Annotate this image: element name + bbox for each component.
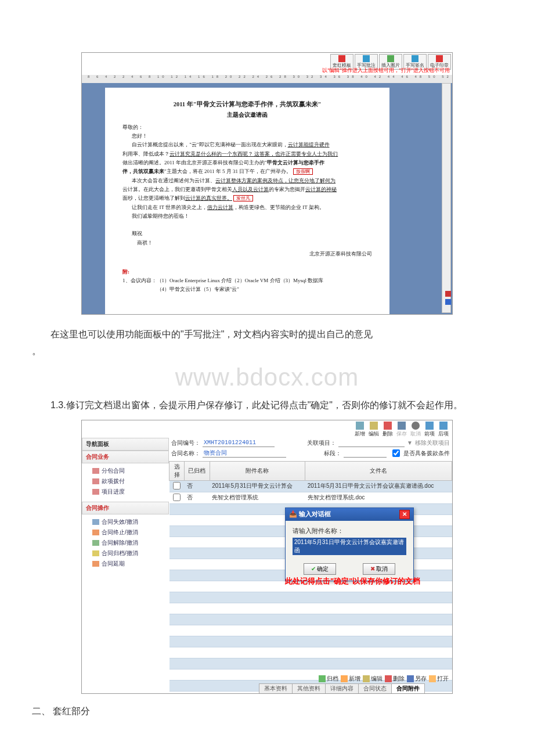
prev-action[interactable]: 前项: [424, 422, 435, 438]
th-arch[interactable]: 已归档: [185, 461, 210, 480]
label-name: 合同名称：: [171, 449, 200, 458]
attach-line2: （4）甲骨文云计算（5）专家谈"云": [122, 285, 372, 294]
ops-item[interactable]: 合同解除/撤消: [92, 538, 169, 548]
row-check[interactable]: [173, 494, 181, 501]
edit-action[interactable]: 编辑: [369, 422, 379, 438]
open-btn[interactable]: 打开: [429, 675, 449, 683]
delete-action[interactable]: 删除: [383, 422, 393, 438]
ops-header[interactable]: 合同操作: [82, 502, 169, 514]
revision-mark[interactable]: 放假啊: [293, 168, 313, 175]
p10: [122, 221, 372, 229]
ops-list: 合同失效/撤消 合同终止/撤消 合同解除/撤消 合同归档/撤消 合同延期: [82, 517, 169, 569]
p2: 利用率、降低成本？云计算究竟是什么样的一个东西呢？ 这答案，也许正需要专业人士为…: [122, 150, 372, 159]
bottom-toolbar: 归档 新增 编辑 删除 另存 打开: [319, 675, 449, 683]
doc-title: 2011 年"甲骨文云计算与您牵手作伴，共筑双赢未来": [122, 99, 372, 110]
add-btn[interactable]: 新增: [341, 675, 360, 683]
tab-attach[interactable]: 合同附件: [391, 683, 425, 693]
th-sel[interactable]: 选择: [169, 461, 185, 480]
tab-status[interactable]: 合同状态: [358, 683, 392, 693]
greeting: 您好！: [122, 132, 372, 141]
dialog-titlebar[interactable]: 📥 输入对话框 ✕: [286, 508, 413, 521]
attach-label: 附:: [122, 268, 372, 276]
biz-item[interactable]: 项目进度: [92, 487, 169, 497]
tab-basic[interactable]: 基本资料: [259, 683, 293, 693]
p4: 伴，共筑双赢未来"主题大会，将在 2011 年 5 月 31 日下午，在广州举办…: [122, 167, 372, 176]
input-contract-no[interactable]: [203, 439, 275, 447]
chk-label: 是否具备拨款条件: [403, 449, 450, 458]
p8: 让我们走在 IT 世界的顶尖之上，借力云计算，构造更绿色、更节能的企业 IT 架…: [122, 203, 372, 212]
edit-btn[interactable]: 编辑: [363, 675, 383, 683]
main-panel: 合同编号： 关联项目： ▼ 移除关联项目 合同名称： 标段： 是否具备拨款条件 …: [169, 438, 452, 693]
close-icon[interactable]: ✕: [399, 510, 410, 519]
form-row-2: 合同名称： 标段： 是否具备拨款条件: [169, 448, 452, 459]
th-filename[interactable]: 文件名: [305, 461, 452, 480]
nav-panel: 导航面板 合同业务 分包合同 款项拨付 项目进度 合同操作 合同失效/撤消 合同…: [82, 438, 169, 693]
table-row: [169, 603, 452, 614]
p3: 做出清晰的阐述。2011 年由北京开源正泰科技有限公司主办的"甲骨文云计算与您牵…: [122, 159, 372, 167]
tab-detail[interactable]: 详细内容: [325, 683, 359, 693]
p-wish: 顺祝: [122, 229, 372, 238]
section-heading: 二、 套红部分: [32, 705, 502, 718]
scroll-marker-red[interactable]: [445, 291, 451, 297]
nav-header[interactable]: 导航面板: [82, 438, 169, 451]
document-page: 2011 年"甲骨文云计算与您牵手作伴，共筑双赢未来" 主题会议邀请函 尊敬的：…: [105, 88, 389, 314]
top-actions: 新增 编辑 删除 保存 取消 前项 后项: [355, 422, 449, 438]
cancel-button[interactable]: 取消: [363, 563, 396, 575]
table-row[interactable]: 否 先智文档管理系统 先智文档管理系统.doc: [169, 492, 452, 503]
word-editor-screenshot: 套红模板 手写批注 插入图片 手写签名 电子印章 以"编辑"操作进入上面按钮可用…: [81, 52, 453, 315]
remove-rel[interactable]: 移除关联项目: [415, 439, 450, 447]
input-rel[interactable]: [338, 439, 405, 447]
table-row: [169, 614, 452, 625]
scrollbar[interactable]: [442, 83, 451, 313]
biz-header[interactable]: 合同业务: [82, 451, 169, 463]
cancel-action: 取消: [410, 422, 421, 438]
signature: 北京开源正泰科技有限公司: [122, 250, 372, 258]
label-contract-no: 合同编号：: [171, 439, 200, 447]
p7: 面纱，让您更清晰地了解到云计算的真实世界。 发丝凡: [122, 194, 372, 203]
biz-item[interactable]: 款项拨付: [92, 476, 169, 487]
ops-item[interactable]: 合同延期: [92, 559, 169, 569]
ops-item[interactable]: 合同失效/撤消: [92, 517, 169, 527]
paragraph-1: 在这里也可以使用功能面板中的"手写批注"，对文档内容实时的提出自己的意见: [32, 326, 502, 343]
archive-btn[interactable]: 归档: [319, 675, 338, 683]
ops-item[interactable]: 合同归档/撤消: [92, 548, 169, 559]
ok-button[interactable]: 确定: [304, 563, 337, 575]
chk-pay[interactable]: [392, 449, 400, 457]
blank: [122, 258, 372, 267]
p6: 云计算。在此大会上，我们更邀请到甲骨文相关人员以及云计算的专家为您揭开云计算的神…: [122, 185, 372, 194]
biz-item[interactable]: 分包合同: [92, 466, 169, 476]
p5: 本次大会旨在通过阐述何为云计算、云计算整体方案的案例及特点，让您充分地了解何为: [122, 177, 372, 185]
doc-area: 2011 年"甲骨文云计算与您牵手作伴，共筑双赢未来" 主题会议邀请函 尊敬的：…: [82, 83, 452, 314]
input-stage[interactable]: [344, 449, 387, 458]
bottom-tabs: 基本资料 其他资料 详细内容 合同状态 合同附件: [259, 683, 424, 693]
scroll-marker-blue[interactable]: [445, 299, 451, 305]
p-regards: 商祺！: [122, 239, 372, 247]
red-annotation: 此处记得点击"确定"以保存你修订的文档: [285, 576, 420, 586]
input-name[interactable]: [203, 449, 286, 458]
attach-line1: 1、会议内容：（1）Oracle Enterprise Linux 介绍（2）O…: [122, 276, 372, 285]
dialog-prompt: 请输入附件名称：: [293, 527, 406, 535]
next-action[interactable]: 后项: [438, 422, 449, 438]
new-action[interactable]: 新增: [355, 422, 365, 438]
paragraph-1b: 。: [32, 345, 502, 358]
table-row: [169, 658, 452, 669]
row-check[interactable]: [173, 482, 181, 489]
input-dialog: 📥 输入对话框 ✕ 请输入附件名称： 2011年5月31日甲骨文云计算会议嘉宾邀…: [285, 507, 414, 581]
table-row: [169, 592, 452, 603]
table-row[interactable]: 否 2011年5月31日甲骨文云计算会 2011年5月31日甲骨文云计算会议嘉宾…: [169, 480, 452, 492]
table-row: [169, 636, 452, 647]
saveas-btn[interactable]: 另存: [407, 675, 427, 683]
save-action: 保存: [396, 422, 407, 438]
tab-other[interactable]: 其他资料: [292, 683, 326, 693]
p9: 我们诚挚期待您的莅临！: [122, 212, 372, 221]
table-row: [169, 647, 452, 658]
del-btn[interactable]: 删除: [385, 675, 405, 683]
toolbar-hint: 以"编辑"操作进入上面按钮可用，"打开"进入按钮不可用: [322, 67, 450, 74]
revision-mark[interactable]: 发丝凡: [233, 195, 253, 201]
label-rel: 关联项目：: [307, 439, 336, 447]
biz-list: 分包合同 款项拨付 项目进度: [82, 466, 169, 497]
ops-item[interactable]: 合同终止/撤消: [92, 527, 169, 538]
paragraph-2: 1.3.修订完文档退出窗体，会提示用户保存修订，此处记得点击"确定"，否则你的修…: [32, 397, 502, 414]
dialog-input[interactable]: 2011年5月31日甲骨文云计算会议嘉宾邀请函: [293, 538, 406, 555]
th-attname[interactable]: 附件名称: [210, 461, 305, 480]
